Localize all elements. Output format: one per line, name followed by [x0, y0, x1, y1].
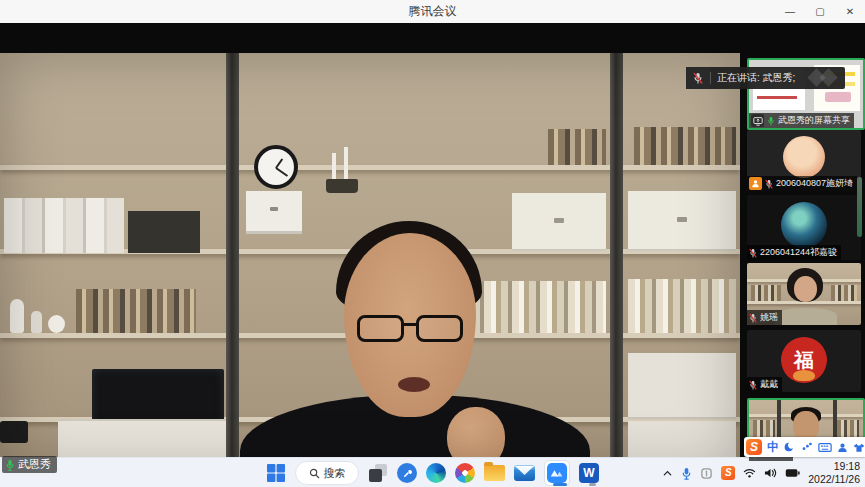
speaker-glasses: [354, 315, 472, 345]
ime-mode-chinese[interactable]: 中: [767, 441, 779, 453]
skin-icon[interactable]: [853, 442, 865, 453]
tray-chevron-up-icon[interactable]: [662, 468, 673, 479]
vase: [10, 299, 24, 333]
glasses-bridge: [402, 323, 418, 326]
window-controls: — ▢ ✕: [775, 0, 865, 23]
edge-browser-button[interactable]: [426, 463, 446, 483]
books-row: [76, 289, 196, 333]
books-row: [548, 129, 606, 165]
mic-muted-icon: [693, 72, 703, 84]
moon-icon[interactable]: [784, 441, 796, 453]
windows-logo-icon: [266, 463, 286, 483]
tencent-meeting-window: 腾讯会议 — ▢ ✕: [0, 0, 865, 487]
participant-name: 2206041244祁嘉骏: [760, 246, 837, 259]
mail-app-button[interactable]: [514, 465, 535, 481]
mini-books: [753, 420, 775, 438]
ime-toolbar[interactable]: S 中: [744, 437, 865, 457]
mountains-glyph: [548, 464, 566, 482]
doc-figure: [825, 92, 851, 102]
candle-holder: [326, 179, 358, 193]
storage-box-white: [246, 191, 302, 234]
participant-name-label: 戴戴: [747, 377, 782, 392]
candle: [332, 153, 336, 179]
participant-name: 戴戴: [760, 378, 778, 391]
speaker-icon[interactable]: [764, 467, 777, 479]
window-title: 腾讯会议: [0, 0, 865, 23]
search-placeholder: 搜索: [324, 466, 346, 481]
tile-participant[interactable]: 2206041244祁嘉骏: [747, 195, 861, 260]
tray-microphone-icon[interactable]: [681, 467, 692, 480]
latch-box: [512, 193, 606, 251]
system-tray: S 19:18 2022/11/26: [662, 458, 860, 487]
books-row: [634, 127, 736, 165]
photos-app-button[interactable]: [455, 463, 475, 483]
keyboard-icon[interactable]: [818, 442, 832, 453]
watermark-diamond-icon: [819, 68, 837, 86]
tile-participant[interactable]: 姚瑶: [747, 263, 861, 325]
participant-name-label: 武恩秀的屏幕共享: [749, 113, 854, 128]
close-button[interactable]: ✕: [835, 0, 865, 23]
file-organizers: [4, 198, 124, 253]
participant-name-label: 2206041244祁嘉骏: [747, 245, 841, 260]
utility-tool-button[interactable]: [397, 463, 417, 483]
meeting-stage: 武恩秀 正在讲话: 武恩秀;: [0, 23, 865, 457]
clock-date: 2022/11/26: [808, 473, 860, 486]
tencent-meeting-icon: [547, 463, 567, 483]
participant-name-label: 姚瑶: [747, 310, 782, 325]
word-app-button[interactable]: W: [579, 463, 599, 483]
participant-avatar: 福: [781, 337, 827, 383]
sidebar-scrollbar[interactable]: [857, 177, 862, 237]
participant-avatar: [783, 136, 825, 178]
bookshelf-post: [610, 53, 623, 473]
taskbar-clock[interactable]: 19:18 2022/11/26: [808, 460, 860, 485]
wifi-icon[interactable]: [743, 467, 756, 479]
maximize-button[interactable]: ▢: [805, 0, 835, 23]
participant-name: 2006040807施妍埼: [776, 177, 853, 190]
mic-on-icon: [5, 459, 15, 471]
latch-box: [628, 191, 736, 251]
participant-name-label: 2006040807施妍埼: [747, 176, 857, 191]
wall-clock: [254, 145, 298, 189]
mic-muted-icon: [749, 248, 757, 258]
participant-name: 武恩秀的屏幕共享: [778, 114, 850, 127]
bookshelf-board: [0, 165, 740, 170]
bookshelf-post: [226, 53, 239, 473]
battery-icon[interactable]: [785, 468, 800, 478]
monitor-arrow-icon: [753, 116, 763, 126]
emoji-phrases-icon[interactable]: [801, 441, 813, 453]
tray-utility-icon[interactable]: [700, 467, 713, 480]
mic-muted-icon: [749, 380, 757, 390]
mini-books: [831, 285, 857, 301]
main-speaker-video[interactable]: [0, 53, 740, 473]
storage-box-dark: [128, 211, 200, 253]
taskbar-center-icons: 搜索 W: [266, 458, 599, 487]
speaker-mouth: [398, 377, 430, 392]
account-icon[interactable]: [837, 442, 848, 453]
mini-books: [751, 285, 781, 301]
minimize-button[interactable]: —: [775, 0, 805, 23]
mic-muted-icon: [749, 313, 757, 323]
task-view-front-square: [369, 469, 382, 482]
meeting-running-indicator: [553, 483, 567, 486]
file-explorer-button[interactable]: [484, 465, 505, 481]
task-view-button[interactable]: [368, 463, 388, 483]
camera-object: [0, 421, 28, 443]
mic-muted-icon: [765, 179, 773, 189]
pot: [48, 315, 65, 333]
main-video-name-tag: 武恩秀: [2, 456, 57, 473]
sogou-logo-icon[interactable]: S: [746, 439, 762, 455]
participant-name: 姚瑶: [760, 311, 778, 324]
search-icon: [309, 468, 320, 479]
screen-share-icon: [751, 114, 764, 127]
glasses-lens: [357, 315, 404, 342]
sogou-tray-icon[interactable]: S: [721, 466, 735, 480]
start-button[interactable]: [266, 463, 286, 483]
vase: [31, 311, 42, 333]
tile-participant[interactable]: 2006040807施妍埼: [747, 130, 861, 191]
storage-box-white: [628, 353, 736, 419]
word-running-indicator: [589, 483, 596, 486]
search-input[interactable]: 搜索: [295, 461, 359, 485]
participant-avatar: [781, 202, 827, 248]
tile-participant[interactable]: 福 戴戴: [747, 330, 861, 392]
windows-taskbar: 搜索 W S: [0, 457, 865, 487]
